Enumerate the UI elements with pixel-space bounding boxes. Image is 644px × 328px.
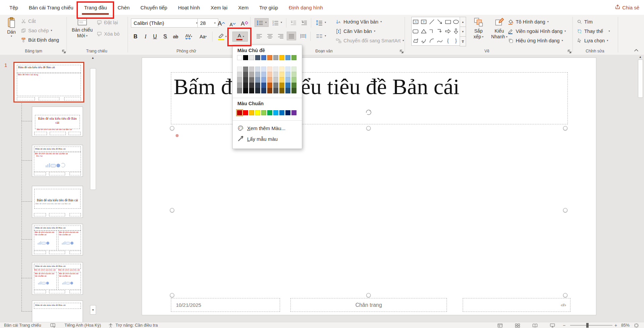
reset-slide-button[interactable]: Đặt lại	[97, 18, 118, 27]
theme-variant-swatch[interactable]	[261, 72, 266, 77]
theme-color-swatch[interactable]	[267, 55, 272, 60]
status-language[interactable]: Tiếng Anh (Hoa Kỳ)	[64, 322, 101, 328]
theme-color-swatch[interactable]	[279, 55, 284, 60]
left-brace-shape-icon[interactable]: {	[444, 36, 452, 45]
align-center-button[interactable]	[265, 32, 275, 40]
theme-color-swatch[interactable]	[237, 55, 242, 60]
clipboard-dialog-launcher-icon[interactable]	[62, 49, 66, 53]
text-direction-button[interactable]: A Hướng Văn bản ▾	[336, 17, 382, 26]
theme-variant-swatch[interactable]	[267, 83, 272, 88]
theme-variant-swatch[interactable]	[267, 77, 272, 83]
standard-color-swatch[interactable]	[273, 110, 278, 115]
slide-title-text[interactable]: Bấm để sửa kiểu tiêu đề Bản cái	[174, 74, 459, 99]
theme-variant-swatch[interactable]	[279, 72, 284, 77]
theme-variant-swatch[interactable]	[285, 67, 290, 72]
status-view-name[interactable]: Bản cái Trang chiếu	[4, 322, 41, 328]
slide-thumbnail-layout-6[interactable]: Bấm để sửa kiểu tiêu đề Bản cái	[32, 300, 83, 322]
shapes-more-icon[interactable]: ▬▼	[460, 37, 466, 46]
slide-thumbnail-layout-1[interactable]: Bấm để sửa kiểu tiêu đề Bản cái Bấm để c…	[32, 107, 83, 136]
character-spacing-button[interactable]: AV ▾	[182, 32, 195, 42]
decrease-indent-button[interactable]	[289, 18, 298, 27]
theme-variant-swatch[interactable]	[243, 67, 248, 72]
normal-view-icon[interactable]	[498, 322, 503, 328]
slide-sorter-icon[interactable]	[515, 322, 520, 328]
theme-variant-swatch[interactable]	[291, 72, 296, 77]
justify-button[interactable]	[287, 32, 296, 40]
theme-variant-swatch[interactable]	[249, 83, 254, 88]
align-left-button[interactable]	[255, 32, 264, 40]
theme-color-swatch[interactable]	[261, 55, 266, 60]
theme-variant-swatch[interactable]	[249, 77, 254, 83]
theme-variant-swatch[interactable]	[249, 67, 254, 72]
theme-color-swatch[interactable]	[273, 55, 278, 60]
theme-color-swatch[interactable]	[285, 55, 290, 60]
menu-tab-xem-lai[interactable]: Xem lại	[205, 0, 233, 15]
align-text-button[interactable]: Căn Văn bản ▾	[336, 27, 375, 36]
theme-variant-swatch[interactable]	[279, 88, 284, 93]
theme-variant-swatch[interactable]	[279, 77, 284, 83]
slide-canvas[interactable]: Bấm để sửa kiểu tiêu đề Bản cái 10/21/20…	[142, 57, 596, 315]
menu-tab-trang-đau[interactable]: Trang đầu	[79, 0, 112, 15]
arc-shape-icon[interactable]	[428, 36, 436, 45]
theme-color-swatch[interactable]	[249, 55, 254, 60]
menu-tab-chuyen-tiep[interactable]: Chuyển tiếp	[135, 0, 173, 15]
cut-button[interactable]: Cắt	[21, 17, 36, 26]
select-button[interactable]: Lựa chọn ▾	[577, 36, 608, 45]
down-arrow-shape-icon[interactable]	[452, 27, 460, 36]
theme-variant-swatch[interactable]	[261, 88, 266, 93]
theme-variant-swatch[interactable]	[243, 72, 248, 77]
columns-button[interactable]: ▾	[314, 32, 328, 40]
quick-styles-button[interactable]: Kiểu Nhanh ▾	[490, 16, 509, 48]
eyedropper-menu-item[interactable]: Lấy mẫu màu	[233, 134, 302, 144]
standard-color-swatch[interactable]	[267, 110, 272, 115]
theme-variant-swatch[interactable]	[243, 83, 248, 88]
increase-indent-button[interactable]	[300, 18, 309, 27]
share-button[interactable]: Chia sẻ	[615, 0, 639, 15]
selection-handle[interactable]	[366, 293, 371, 297]
format-painter-button[interactable]: Bút Định dạng	[21, 36, 59, 44]
bold-button[interactable]: B	[131, 32, 140, 42]
selection-handle[interactable]	[563, 126, 567, 130]
theme-variant-swatch[interactable]	[243, 77, 248, 83]
theme-variant-swatch[interactable]	[237, 77, 242, 83]
vertical-text-box-shape-icon[interactable]: A	[420, 17, 428, 27]
zoom-slider-track[interactable]	[570, 325, 612, 326]
slide-number-placeholder[interactable]: ‹#›	[463, 298, 570, 312]
theme-variant-swatch[interactable]	[255, 72, 260, 77]
menu-tab-đinh-dang-hinh[interactable]: Định dạng hình	[283, 0, 328, 15]
bullets-button[interactable]: ▾	[255, 18, 269, 27]
theme-variant-swatch[interactable]	[273, 88, 278, 93]
theme-variant-swatch[interactable]	[291, 88, 296, 93]
theme-variant-swatch[interactable]	[255, 88, 260, 93]
scroll-up-icon[interactable]: ▲	[639, 55, 642, 58]
theme-variant-swatch[interactable]	[273, 83, 278, 88]
scrollbar-thumb[interactable]	[638, 59, 643, 98]
scroll-up-icon[interactable]: ▲	[91, 56, 94, 59]
theme-variant-swatch[interactable]	[261, 83, 266, 88]
theme-variant-swatch[interactable]	[255, 67, 260, 72]
shape-outline-button[interactable]: Viền ngoài Hình dạng ▾	[508, 27, 566, 36]
accessibility-icon[interactable]	[108, 322, 113, 328]
text-box-shape-icon[interactable]: A	[412, 17, 420, 27]
theme-variant-swatch[interactable]	[267, 88, 272, 93]
strikethrough-button[interactable]: ab	[171, 32, 181, 42]
theme-variant-swatch[interactable]	[255, 77, 260, 83]
scroll-down-icon[interactable]: ▼	[90, 305, 96, 315]
slide-thumbnail-layout-5[interactable]: Bấm để sửa kiểu tiêu đề Bản cái Bấm để c…	[32, 262, 83, 295]
theme-variant-swatch[interactable]	[273, 72, 278, 77]
menu-tab-xem[interactable]: Xem	[233, 0, 254, 15]
shape-effects-button[interactable]: Hiệu ứng Hình dạng ▾	[508, 36, 563, 45]
theme-variant-swatch[interactable]	[237, 88, 242, 93]
paragraph-dialog-launcher-icon[interactable]	[400, 49, 404, 53]
zoom-slider-handle[interactable]	[586, 323, 589, 328]
right-arrow-shape-icon[interactable]	[444, 27, 452, 36]
theme-variant-swatch[interactable]	[273, 77, 278, 83]
theme-variant-swatch[interactable]	[261, 67, 266, 72]
delete-slide-button[interactable]: Xóa bỏ	[97, 30, 120, 38]
highlight-color-button[interactable]: ▾	[216, 32, 229, 42]
theme-variant-swatch[interactable]	[249, 72, 254, 77]
elbow-arrow-connector-shape-icon[interactable]	[436, 27, 444, 36]
shapes-scroll-down-icon[interactable]: ▼	[460, 27, 466, 37]
more-colors-menu-item[interactable]: Xem thêm Màu...	[233, 123, 302, 133]
slide-thumbnail-master[interactable]: Bấm để sửa kiểu tiêu đề Bản cái Bấm để t…	[13, 62, 84, 102]
